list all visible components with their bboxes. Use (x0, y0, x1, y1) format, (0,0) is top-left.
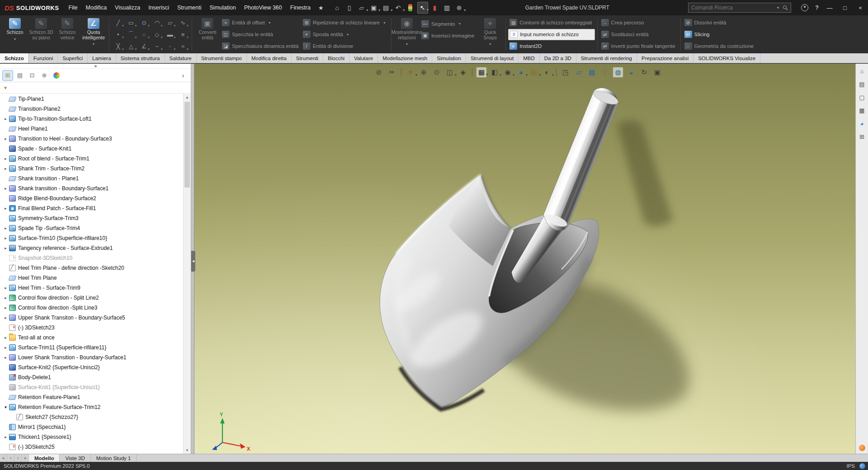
expand-arrow-icon[interactable] (3, 345, 9, 350)
help-icon[interactable]: ? (812, 5, 822, 11)
maximize-button[interactable]: □ (837, 0, 853, 15)
tree-scrollbar[interactable]: ▲ ▼ (183, 94, 191, 454)
tree-item[interactable]: Lower Shank Transition - Boundary-Surfac… (0, 352, 183, 362)
scroll-up-icon[interactable]: ▲ (184, 94, 191, 101)
command-tab[interactable]: Strumenti di rendering (576, 53, 637, 63)
shadows-icon[interactable]: ◒ (626, 67, 637, 78)
search-input[interactable] (691, 5, 774, 11)
tree-item[interactable]: Retention Feature-Plane1 (0, 392, 183, 402)
command-tab[interactable]: Schizzo (0, 53, 29, 63)
command-tab[interactable]: Modifica diretta (247, 53, 292, 63)
displaymanager-tab[interactable] (51, 70, 62, 81)
tree-item[interactable]: Surface-Trim11 {Superficie-rifilare11} (0, 343, 183, 352)
pin-menu-icon[interactable]: ★ (315, 5, 327, 11)
ellipse-tool[interactable]: ○▼ (137, 28, 151, 40)
three-point-arc-tool[interactable]: ⌒▼ (125, 28, 138, 40)
panel-expand-chevron-icon[interactable]: › (178, 70, 189, 81)
offset-entities-row[interactable]: ≈ Entità di offset▼ (221, 17, 302, 28)
tree-item[interactable]: Spade - Surface-Knit1 (0, 144, 183, 154)
expand-arrow-icon[interactable] (3, 186, 9, 191)
view-orientation-icon[interactable]: ▦▼ (476, 67, 487, 78)
trim-tool[interactable]: △▼ (125, 40, 138, 52)
linear-sketch-pattern-row[interactable]: ⊞ Ripetizione di schizzo lineare▼ (302, 17, 389, 28)
section-view-icon[interactable]: ◫▼ (444, 67, 455, 78)
command-tab[interactable]: Funzioni (29, 53, 58, 63)
design-library-icon[interactable]: ▤ (858, 80, 867, 89)
expand-arrow-icon[interactable] (3, 236, 9, 240)
realview-icon[interactable]: ◍ (613, 67, 623, 78)
expand-arrow-icon[interactable] (3, 286, 9, 290)
expand-arrow-icon[interactable] (3, 296, 9, 300)
tree-item[interactable]: Upper Shank Transiton - Boundary-Surface… (0, 313, 183, 323)
command-tab[interactable]: Sistema struttura (116, 53, 165, 63)
tree-item[interactable]: Thicken1 {Spessore1} (0, 432, 183, 442)
tree-item[interactable]: (-) 3DSketch25 (0, 442, 183, 452)
scroll-down-icon[interactable]: ▼ (184, 447, 191, 454)
grid-tool[interactable]: ≈▼ (176, 40, 189, 52)
reverse-tangent-row[interactable]: ⇌ Inverti punto finale tangente (600, 41, 678, 52)
graphics-viewport[interactable]: Y X ⊘ ✂ ▼▼ ⊕ (194, 64, 855, 454)
tree-item[interactable]: Heel Plane1 (0, 124, 183, 134)
tree-item[interactable]: Transition-Plane2 (0, 104, 183, 114)
scrollbar-thumb[interactable] (184, 102, 190, 188)
sketch-fillet-tool[interactable]: ◇▼ (151, 28, 164, 40)
display-delete-relations-button[interactable]: ◉ Mostra/elimina relazioni ▼ (394, 16, 420, 52)
save-icon[interactable]: ▣▼ (368, 2, 379, 14)
segment-row[interactable]: — Segmento▼ (420, 18, 477, 29)
plane-display-icon[interactable]: ▱ (573, 67, 584, 78)
instant3d-icon[interactable]: ◳ (560, 67, 571, 78)
menu-item[interactable]: Simulation (206, 0, 240, 15)
sketch-numeric-input-row[interactable]: # Input numerico di schizzo (508, 29, 594, 40)
rotate-view-icon[interactable]: ↻ (639, 67, 650, 78)
edit-appearance-icon[interactable]: ◕▼ (515, 67, 526, 78)
construction-geometry-row[interactable]: ∴ Geometria da costruzione (683, 41, 757, 52)
tree-item[interactable]: Heel Trim - Surface-Trim9 (0, 283, 183, 293)
shaded-sketch-contours-row[interactable]: ▨ Contorni di schizzo ombreggiati (508, 17, 594, 28)
home-icon[interactable]: ⌂ (332, 2, 343, 14)
close-button[interactable]: × (853, 0, 868, 15)
mirror-entities-row[interactable]: ◫ Specchia le entità (221, 29, 302, 40)
tree-item[interactable]: Final Blend Patch - Surface-Fill1 (0, 203, 183, 213)
tree-item[interactable]: Tip-Plane1 (0, 94, 183, 104)
scroll-first-icon[interactable]: « (0, 454, 7, 462)
snap-tool[interactable]: ◦▼ (164, 40, 177, 52)
command-tab[interactable]: Da 2D a 3D (540, 53, 576, 63)
tree-item[interactable]: Control flow direction -Split Line3 (0, 303, 183, 313)
tree-item[interactable]: Heel Trim Plane - define direction -Sket… (0, 263, 183, 273)
tree-item[interactable]: Root of blend - Surface-Trim1 (0, 154, 183, 164)
command-tab[interactable]: Lamiera (88, 53, 116, 63)
circle-tool[interactable]: ⊙▼ (137, 17, 151, 28)
smart-dimension-button[interactable]: ∠ Quota intelligente ▼ (80, 16, 107, 52)
replace-entity-row[interactable]: ⇄ Sostituisci entità (600, 29, 678, 40)
construction-tool[interactable]: ~▼ (151, 40, 164, 52)
command-search[interactable]: ▼ (688, 3, 791, 13)
mate-icon[interactable]: ▮ (429, 2, 440, 14)
document-tab[interactable]: Motion Study 1 (91, 454, 137, 462)
search-icon[interactable] (783, 5, 788, 10)
tree-item[interactable]: Ridge Blend-Boundary-Surface2 (0, 193, 183, 203)
dynamic-annotation-icon[interactable]: ◈ (458, 67, 468, 78)
command-tab[interactable]: Modellazione mesh (378, 53, 432, 63)
expand-arrow-icon[interactable] (3, 166, 9, 171)
tree-item[interactable]: Surface-Knit2 {Superficie-Unisci2} (0, 362, 183, 372)
expand-arrow-icon[interactable] (3, 435, 9, 439)
tree-item[interactable]: Symmetry-Surface-Trim3 (0, 213, 183, 223)
user-avatar[interactable] (801, 4, 808, 11)
apply-scene-icon[interactable]: ▤▼ (528, 67, 539, 78)
new-document-icon[interactable]: ▯ (344, 2, 355, 14)
no-snap-icon[interactable]: ⊘ (373, 67, 384, 78)
tree-item[interactable]: Heel Trim Plane (0, 273, 183, 283)
globe-icon[interactable] (859, 463, 865, 469)
custom-properties-icon[interactable]: ⊞ (858, 132, 867, 141)
minimize-button[interactable]: — (822, 0, 837, 15)
menu-item[interactable]: PhotoView 360 (240, 0, 286, 15)
camera-icon[interactable]: ▣ (652, 67, 663, 78)
undo-icon[interactable]: ↶▼ (393, 2, 404, 14)
dissolve-entities-row[interactable]: ⊘ Dissolvi entità (683, 17, 757, 28)
configurationmanager-tab[interactable]: ⊡ (27, 70, 38, 81)
quick-snaps-button[interactable]: ⌖ Quick Snaps ▼ (477, 16, 503, 52)
extend-tool[interactable]: ∠▼ (137, 40, 151, 52)
scissors-icon[interactable]: ✂ (387, 67, 397, 78)
slicing-row[interactable]: ⊟ Slicing (683, 29, 757, 40)
tree-item[interactable]: Shank transition - Boundary-Surface1 (0, 183, 183, 193)
